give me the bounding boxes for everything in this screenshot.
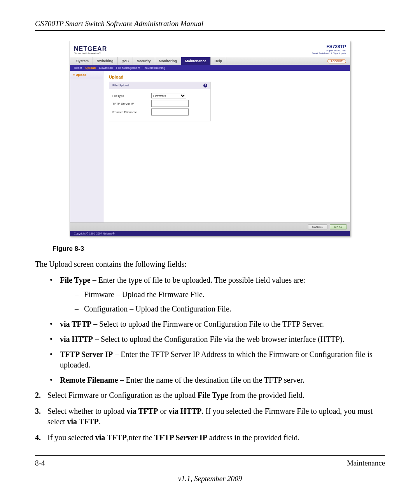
logout-button[interactable]: LOGOUT [327, 59, 346, 63]
running-header: GS700TP Smart Switch Software Administra… [35, 19, 385, 28]
tab-qos[interactable]: QoS [118, 57, 133, 65]
sidebar-item-upload[interactable]: » Upload [70, 71, 103, 79]
bullet-via-http: via HTTP – Select to upload the Configur… [50, 334, 385, 345]
step-2: 2. Select Firmware or Configuration as t… [35, 390, 385, 401]
copyright: Copyright © 1996-2007 Netgear® [70, 231, 350, 236]
help-icon[interactable]: ? [203, 84, 207, 88]
tab-maintenance[interactable]: Maintenance [181, 57, 211, 65]
panel-head-label: File Upload [112, 84, 129, 88]
screenshot-figure: NETGEAR Connect with Innovation™ FS728TP… [70, 41, 350, 236]
subnav-troubleshoot[interactable]: Troubleshooting [143, 66, 165, 70]
page-number: 8-4 [35, 459, 45, 467]
brand-logo: NETGEAR [74, 46, 107, 52]
filetype-label: FileType [112, 94, 151, 98]
tab-monitoring[interactable]: Monitoring [155, 57, 182, 65]
step-3: 3. Select whether to upload via TFTP or … [35, 406, 385, 427]
subnav-download[interactable]: Download [99, 66, 113, 70]
tab-system[interactable]: System [72, 57, 93, 65]
section-name: Maintenance [347, 459, 385, 467]
panel-title: Upload [109, 75, 345, 79]
tab-security[interactable]: Security [133, 57, 155, 65]
bullet-tftp-ip: TFTP Server IP – Enter the TFTP Server I… [50, 349, 385, 370]
version-line: v1.1, September 2009 [35, 474, 385, 483]
model-name: FS728TP [312, 44, 346, 49]
subnav-filemgmt[interactable]: File Management [116, 66, 140, 70]
cancel-button[interactable]: CANCEL [308, 224, 327, 229]
subnav-reset[interactable]: Reset [74, 66, 82, 70]
model-sub2: Smart Switch with 4 Gigabit ports [312, 52, 346, 55]
dash-firmware: Firmware – Upload the Firmware File. [75, 289, 385, 300]
dash-configuration: Configuration – Upload the Configuration… [75, 304, 385, 314]
apply-button[interactable]: APPLY [330, 224, 347, 229]
tab-switching[interactable]: Switching [93, 57, 118, 65]
model-sub1: 24-port 10/100 PoE [312, 49, 346, 52]
bullet-via-tftp: via TFTP – Select to upload the Firmware… [50, 319, 385, 329]
filetype-select[interactable]: Firmware [151, 93, 186, 98]
tab-help[interactable]: Help [211, 57, 227, 65]
intro-text: The Upload screen contains the following… [35, 260, 385, 269]
subnav: Reset Upload Download File Management Tr… [70, 65, 350, 71]
divider [35, 30, 385, 31]
bullet-filetype: File Type – Enter the type of file to be… [50, 275, 385, 314]
remote-filename-label: Remote Filename [112, 110, 151, 114]
tftp-ip-label: TFTP Server IP [112, 102, 151, 105]
brand-tagline: Connect with Innovation™ [74, 52, 107, 54]
remote-filename-input[interactable] [151, 108, 189, 116]
tftp-ip-input[interactable] [151, 100, 189, 107]
step-4: 4. If you selected via TFTP,nter the TFT… [35, 432, 385, 443]
divider-bottom [35, 455, 385, 456]
figure-caption: Figure 8-3 [52, 245, 385, 253]
bullet-remote: Remote Filename – Enter the name of the … [50, 375, 385, 385]
subnav-upload[interactable]: Upload [85, 66, 96, 70]
